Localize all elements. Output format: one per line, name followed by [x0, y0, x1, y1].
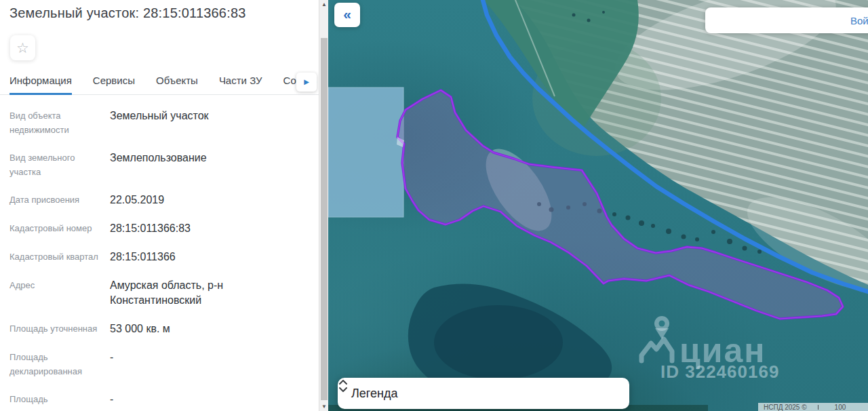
attribute-label: Адрес [9, 278, 110, 308]
chevron-up-down-icon [338, 378, 349, 394]
attribute-row: Площадь декларированная - [9, 350, 309, 378]
arrow-right-icon: ▶ [304, 79, 309, 85]
tab-services[interactable]: Сервисы [93, 70, 135, 94]
scroll-down-icon[interactable]: ▼ [319, 402, 329, 411]
attribute-label: Вид земельного участка [9, 151, 110, 179]
attribute-label: Площадь уточненная [9, 321, 110, 336]
attribute-value: 53 000 кв. м [110, 321, 170, 336]
attribute-value: 28:15:011366 [110, 250, 176, 265]
attribute-value: Амурская область, р-н Константиновский [110, 278, 273, 308]
double-chevron-left-icon: « [343, 7, 351, 21]
collapse-panel-button[interactable]: « [334, 3, 360, 27]
tab-parcel-parts[interactable]: Части ЗУ [219, 70, 262, 94]
attribute-row: Кадастровый квартал 28:15:011366 [9, 250, 309, 265]
attribute-value: Землепользование [110, 151, 207, 179]
tabs-overflow-button[interactable]: ▶ [296, 73, 317, 92]
scrollbar-thumb[interactable] [321, 38, 328, 400]
attribute-row: Площадь уточненная 53 000 кв. м [9, 321, 309, 336]
attribute-row: Дата присвоения 22.05.2019 [9, 193, 309, 208]
attribute-label: Кадастровый квартал [9, 250, 110, 265]
attribute-row: Вид земельного участка Землепользование [9, 151, 309, 179]
tab-objects[interactable]: Объекты [156, 70, 198, 94]
attribute-row: Адрес Амурская область, р-н Константинов… [9, 278, 309, 308]
attribute-label: Дата присвоения [9, 193, 110, 208]
attribute-value: Земельный участок [110, 109, 209, 137]
scroll-up-icon[interactable]: ▲ [319, 0, 329, 9]
attribute-label: Вид объекта недвижимости [9, 109, 110, 137]
star-icon: ☆ [16, 41, 29, 55]
panel-scrollbar[interactable]: ▲ ▼ [319, 0, 328, 411]
quarter-highlight-rect [328, 87, 403, 217]
attribute-value: - [110, 392, 113, 407]
watermark: циан ID 322460169 [642, 316, 779, 382]
page-title: Земельный участок: 28:15:011366:83 [9, 5, 246, 21]
attribute-row: Кадастровый номер 28:15:011366:83 [9, 221, 309, 236]
map-attribution: НСПД 2025 © 100 [758, 403, 868, 411]
attribute-row: Вид объекта недвижимости Земельный участ… [9, 109, 309, 137]
info-panel: Земельный участок: 28:15:011366:83 ☆ Инф… [0, 0, 320, 411]
attribution-text: НСПД 2025 © [764, 404, 807, 411]
watermark-id: ID 322460169 [660, 361, 779, 382]
attribute-list: Вид объекта недвижимости Земельный участ… [9, 109, 309, 411]
legend-label: Легенда [351, 387, 397, 401]
attribute-value: - [110, 350, 113, 378]
attribute-label: Кадастровый номер [9, 221, 110, 236]
attribute-label: Площадь [9, 392, 110, 407]
scale-tick [818, 405, 818, 410]
scale-label: 100 [835, 404, 846, 411]
attribute-value: 22.05.2019 [110, 193, 164, 208]
favorite-button[interactable]: ☆ [10, 35, 35, 60]
tab-bar: Информация Сервисы Объекты Части ЗУ Сост… [0, 70, 320, 95]
tab-information[interactable]: Информация [9, 70, 72, 94]
login-button[interactable]: Войти [705, 7, 868, 33]
legend-dropdown[interactable]: Легенда [338, 378, 629, 409]
map-layers: циан ID 322460169 [328, 0, 868, 411]
attribute-row: Площадь - [9, 392, 309, 407]
login-label: Войти [850, 15, 868, 26]
attribute-label: Площадь декларированная [9, 350, 110, 378]
attribute-value: 28:15:011366:83 [110, 221, 191, 236]
map-canvas[interactable]: циан ID 322460169 « Войти Легенда НСПД 2… [328, 0, 868, 411]
